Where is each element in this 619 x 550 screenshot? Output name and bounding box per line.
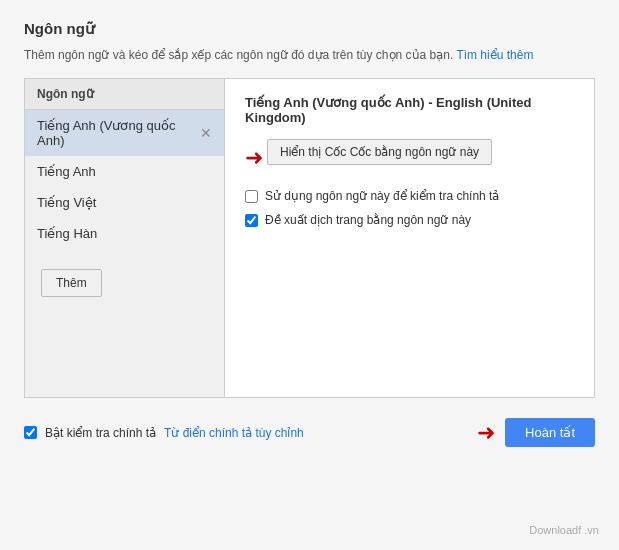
language-detail: Tiếng Anh (Vương quốc Anh) - English (Un… [225,79,594,397]
spell-check-label: Sử dụng ngôn ngữ này để kiểm tra chính t… [265,189,499,203]
bottom-bar: Bật kiểm tra chính tả Từ điển chính tả t… [24,410,595,447]
add-language-button[interactable]: Thêm [41,269,102,297]
lang-name: Tiếng Anh (Vương quốc Anh) [37,118,196,148]
subtitle: Thêm ngôn ngữ và kéo để sắp xếp các ngôn… [24,46,595,64]
lang-name: Tiếng Anh [37,164,96,179]
language-container: Ngôn ngữ Tiếng Anh (Vương quốc Anh) ✕ Ti… [24,78,595,398]
list-item[interactable]: Tiếng Việt [25,187,224,218]
lang-name: Tiếng Việt [37,195,96,210]
display-language-button[interactable]: Hiển thị Cốc Cốc bằng ngôn ngữ này [267,139,492,165]
lang-name: Tiếng Hàn [37,226,97,241]
detail-title: Tiếng Anh (Vương quốc Anh) - English (Un… [245,95,574,125]
arrow-icon: ➜ [245,145,263,171]
translate-label: Đề xuất dịch trang bằng ngôn ngữ này [265,213,471,227]
done-button[interactable]: Hoàn tất [505,418,595,447]
global-spell-check-checkbox[interactable] [24,426,37,439]
add-language-area: Thêm [25,249,224,307]
custom-dict-link[interactable]: Từ điển chính tả tùy chỉnh [164,426,304,440]
spell-check-row: Sử dụng ngôn ngữ này để kiểm tra chính t… [245,189,574,203]
language-list-header: Ngôn ngữ [25,79,224,110]
page-title: Ngôn ngữ [24,20,595,38]
learn-more-link[interactable]: Tìm hiểu thêm [456,48,533,62]
watermark: Downloadf .vn [529,524,599,536]
list-item[interactable]: Tiếng Anh (Vương quốc Anh) ✕ [25,110,224,156]
language-list: Ngôn ngữ Tiếng Anh (Vương quốc Anh) ✕ Ti… [25,79,225,397]
remove-icon[interactable]: ✕ [200,125,212,141]
done-arrow-icon: ➜ [477,420,495,446]
list-item[interactable]: Tiếng Hàn [25,218,224,249]
translate-row: Đề xuất dịch trang bằng ngôn ngữ này [245,213,574,227]
bottom-left: Bật kiểm tra chính tả Từ điển chính tả t… [24,426,304,440]
spell-check-checkbox[interactable] [245,190,258,203]
translate-checkbox[interactable] [245,214,258,227]
list-item[interactable]: Tiếng Anh [25,156,224,187]
global-spell-check-label: Bật kiểm tra chính tả [45,426,156,440]
